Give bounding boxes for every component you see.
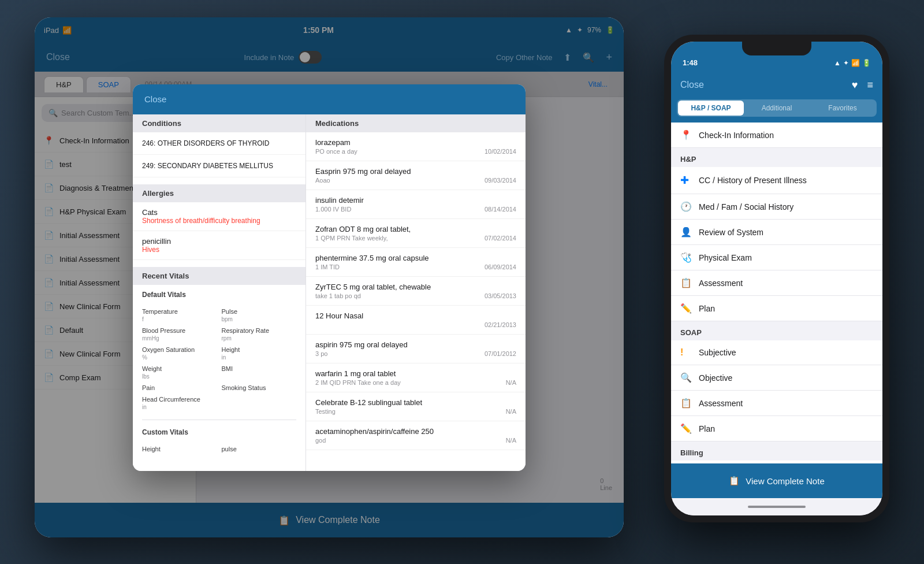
med-date-4: 06/09/2014 [485, 264, 516, 270]
condition-item-2: 249: SECONDARY DIABETES MELLITUS [133, 155, 305, 177]
allergy-cats-name: Cats [142, 208, 296, 217]
segment-hp-soap[interactable]: H&P / SOAP [678, 101, 744, 116]
iphone-bottom-bar[interactable]: 📋 View Complete Note [671, 463, 882, 498]
iphone-item-physexam[interactable]: 🩺 Physical Exam [671, 245, 882, 270]
modal-close-button[interactable]: Close [144, 94, 166, 104]
med-item-10: acetaminophen/aspirin/caffeine 250 god N… [306, 421, 526, 450]
vital-temp-unit: f [142, 316, 217, 322]
iphone-item-medfam[interactable]: 🕐 Med / Fam / Social History [671, 194, 882, 220]
iphone-objective-label: Objective [699, 373, 732, 383]
allergy-cats-reaction: Shortness of breath/difficulty breathing [142, 217, 296, 225]
med-name-6: 12 Hour Nasal [315, 311, 516, 320]
home-bar [748, 506, 806, 508]
med-detail-0: PO once a day [315, 148, 357, 155]
vital-rr-unit: rpm [222, 335, 297, 342]
vital-weight: Weight lbs [142, 365, 217, 380]
vital-pain-label: Pain [142, 384, 217, 391]
ipad-device: iPad 📶 1:50 PM ▲ ✦ 97% 🔋 Close Include i… [35, 17, 624, 537]
med-date-10: N/A [506, 437, 516, 444]
segment-favorites[interactable]: Favorites [810, 101, 875, 116]
med-details-5: take 1 tab po qd 03/05/2013 [315, 292, 516, 299]
vital-rr: Respiratory Rate rpm [222, 327, 297, 342]
custom-vital-height: Height [142, 446, 217, 452]
clock-icon: 🕐 [680, 201, 692, 212]
med-name-2: insulin detemir [315, 196, 516, 205]
med-name-1: Easprin 975 mg oral delayed [315, 167, 516, 176]
iphone-device: 1:48 ▲ ✦ 📶 🔋 Close ♥ ≡ H&P / SOAP Additi… [664, 35, 889, 522]
med-name-7: aspirin 975 mg oral delayed [315, 340, 516, 349]
med-name-0: lorazepam [315, 138, 516, 147]
pin-icon: 📍 [680, 129, 692, 140]
conditions-header: Conditions [133, 114, 305, 132]
iphone-item-objective[interactable]: 🔍 Objective [671, 365, 882, 391]
med-name-3: Zofran ODT 8 mg oral tablet, [315, 225, 516, 233]
vital-height-unit: in [222, 354, 297, 361]
med-detail-4: 1 IM TID [315, 264, 340, 270]
bluetooth-icon: ✦ [843, 59, 849, 67]
med-item-2: insulin detemir 1.000 IV BID 08/14/2014 [306, 190, 526, 219]
iphone-item-subjective[interactable]: ! Subjective [671, 340, 882, 365]
iphone-status-icons: ▲ ✦ 📶 🔋 [834, 59, 871, 67]
med-details-1: Aoao 09/03/2014 [315, 177, 516, 184]
iphone-item-plan-soap[interactable]: ✏️ Plan [671, 416, 882, 441]
vital-bp-unit: mmHg [142, 335, 217, 342]
med-name-4: phentermine 37.5 mg oral capsule [315, 254, 516, 262]
med-name-5: ZyrTEC 5 mg oral tablet, chewable [315, 283, 516, 291]
iphone-close-button[interactable]: Close [680, 80, 704, 90]
iphone-assessment-hp-label: Assessment [699, 279, 743, 288]
med-date-1: 09/03/2014 [485, 177, 516, 184]
vital-temperature: Temperature f [142, 308, 217, 322]
condition-item-1: 246: OTHER DISORDERS OF THYROID [133, 132, 305, 155]
modal-left-panel: Conditions 246: OTHER DISORDERS OF THYRO… [133, 114, 306, 471]
default-vitals-header: Default Vitals [133, 285, 305, 301]
iphone-item-review[interactable]: 👤 Review of System [671, 220, 882, 245]
med-item-9: Celebrate B-12 sublingual tablet Testing… [306, 392, 526, 421]
med-detail-8: 2 IM QID PRN Take one a day [315, 379, 401, 386]
vital-weight-label: Weight [142, 365, 217, 372]
ipad-screen: iPad 📶 1:50 PM ▲ ✦ 97% 🔋 Close Include i… [35, 17, 624, 537]
med-details-2: 1.000 IV BID 08/14/2014 [315, 206, 516, 213]
iphone-item-cc[interactable]: ✚ CC / History of Present Illness [671, 167, 882, 194]
iphone-cc-label: CC / History of Present Illness [699, 176, 807, 185]
med-date-7: 07/01/2012 [485, 350, 516, 357]
iphone-view-complete-note-button[interactable]: View Complete Note [746, 476, 824, 486]
heart-icon[interactable]: ♥ [852, 79, 858, 91]
vital-smoking-label: Smoking Status [222, 384, 297, 391]
med-detail-9: Testing [315, 408, 336, 415]
iphone-item-assessment-soap[interactable]: 📋 Assessment [671, 391, 882, 416]
vital-head-label: Head Circumference [142, 396, 217, 403]
iphone-subjective-label: Subjective [699, 348, 736, 357]
med-details-6: 02/21/2013 [315, 321, 516, 328]
objective-icon: 🔍 [680, 372, 692, 383]
iphone-medfam-label: Med / Fam / Social History [699, 202, 793, 212]
menu-icon[interactable]: ≡ [867, 79, 873, 91]
iphone-nav-icons: ♥ ≡ [852, 79, 873, 91]
segment-additional[interactable]: Additional [744, 101, 810, 116]
iphone-time: 1:48 [683, 58, 698, 67]
med-item-3: Zofran ODT 8 mg oral tablet, 1 QPM PRN T… [306, 219, 526, 248]
med-details-0: PO once a day 10/02/2014 [315, 148, 516, 155]
vital-o2: Oxygen Saturation % [142, 346, 217, 361]
allergy-penicillin-reaction: Hives [142, 246, 296, 254]
medications-header: Medications [306, 114, 526, 132]
med-name-8: warfarin 1 mg oral tablet [315, 369, 516, 378]
custom-vital-pulse: pulse [222, 446, 297, 452]
vital-o2-unit: % [142, 354, 217, 361]
vital-pulse-label: Pulse [222, 308, 297, 315]
med-details-8: 2 IM QID PRN Take one a day N/A [315, 379, 516, 386]
location-icon: ▲ [834, 59, 841, 67]
vital-pulse-unit: bpm [222, 316, 297, 322]
med-detail-10: god [315, 437, 326, 444]
med-date-8: N/A [506, 379, 516, 386]
iphone-item-checkin[interactable]: 📍 Check-In Information [671, 123, 882, 148]
iphone-item-assessment-hp[interactable]: 📋 Assessment [671, 270, 882, 296]
custom-vitals-header: Custom Vitals [133, 422, 305, 439]
iphone-item-plan-hp[interactable]: ✏️ Plan [671, 296, 882, 321]
vital-pain: Pain [142, 384, 217, 391]
iphone-plan-soap-label: Plan [699, 424, 715, 433]
iphone-physexam-label: Physical Exam [699, 253, 752, 262]
iphone-section-soap: SOAP [671, 321, 882, 340]
iphone-section-hp: H&P [671, 148, 882, 167]
vital-rr-label: Respiratory Rate [222, 327, 297, 334]
med-date-5: 03/05/2013 [485, 292, 516, 299]
